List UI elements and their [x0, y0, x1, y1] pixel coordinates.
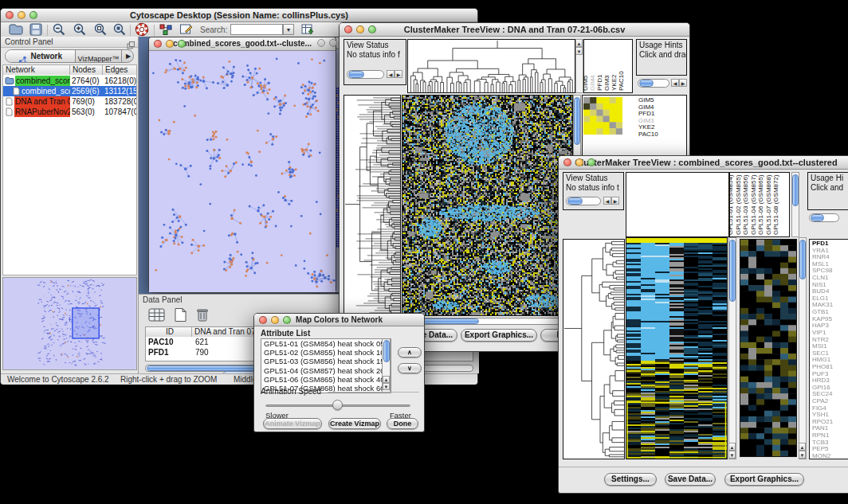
- column-header-nodes[interactable]: Nodes: [70, 65, 103, 75]
- zoom-button[interactable]: [178, 40, 186, 48]
- row-dendrogram[interactable]: [344, 96, 400, 315]
- scroll-right-button[interactable]: ▶: [395, 70, 402, 78]
- column-label: GIM5: [582, 75, 589, 91]
- heatmap-hscrollbar[interactable]: [402, 318, 573, 325]
- save-data-button[interactable]: Save Data...: [665, 473, 716, 486]
- scroll-down-button[interactable]: ▼: [728, 451, 736, 459]
- attribute-list[interactable]: GPL51-01 (GSM854) heat shock 05 min GPL5…: [261, 338, 391, 393]
- scroll-down-button[interactable]: ▼: [575, 47, 583, 55]
- search-input[interactable]: [230, 24, 283, 35]
- usage-hints-scrollbar[interactable]: [809, 213, 839, 222]
- vscroll-thumb[interactable]: [799, 240, 806, 279]
- network-row-dna-and-tran[interactable]: DNA and Tran 07 769(0) 183728(0): [3, 96, 136, 107]
- dialog-title-bar[interactable]: Map Colors to Network: [254, 314, 424, 326]
- zoom-button[interactable]: [368, 25, 376, 33]
- minimize-button[interactable]: [356, 25, 364, 33]
- tabs-overflow-button[interactable]: ▶: [122, 50, 134, 62]
- scroll-up-button[interactable]: ▲: [575, 39, 583, 47]
- treeview1-title-bar[interactable]: ClusterMaker TreeView : DNA and Tran 07-…: [340, 23, 689, 37]
- table-view-icon[interactable]: [148, 307, 166, 326]
- minimize-button[interactable]: [18, 11, 26, 19]
- zoom-button[interactable]: [587, 158, 595, 166]
- zoom-heatmap[interactable]: [740, 240, 796, 456]
- row-dendrogram[interactable]: [563, 240, 624, 459]
- main-title-bar[interactable]: Cytoscape Desktop (Session Name: collins…: [1, 9, 477, 22]
- view-status-scrollbar[interactable]: [566, 197, 601, 205]
- speed-slider-thumb[interactable]: [332, 400, 343, 410]
- view-status-scrollbar[interactable]: [347, 70, 384, 79]
- column-header-edges[interactable]: Edges: [103, 65, 136, 75]
- gene-label: CPA2: [812, 398, 848, 405]
- scroll-up-button[interactable]: ▲: [799, 443, 806, 451]
- create-vizmap-button[interactable]: Create Vizmap: [328, 418, 381, 429]
- vscroll-thumb[interactable]: [383, 340, 390, 362]
- network-row-combined-sco-selected[interactable]: combined_sco 2569(6) 13112(15): [3, 86, 136, 96]
- vscroll-thumb[interactable]: [792, 174, 799, 206]
- close-button[interactable]: [259, 316, 267, 324]
- tab-network[interactable]: Network: [6, 50, 76, 62]
- view-status-title: View Status: [347, 41, 403, 50]
- global-vscrollbar[interactable]: ▲ ▼: [728, 237, 736, 459]
- animate-vizmap-button[interactable]: Animate Vizmap: [263, 418, 322, 429]
- vscroll-thumb[interactable]: [729, 240, 736, 302]
- minimize-button[interactable]: [166, 40, 174, 48]
- move-up-button[interactable]: ∧: [398, 347, 422, 357]
- minimize-button[interactable]: [329, 39, 337, 47]
- network-canvas[interactable]: [149, 51, 336, 292]
- new-attribute-icon[interactable]: [174, 307, 188, 326]
- close-button[interactable]: [6, 11, 14, 19]
- zoom-button[interactable]: [29, 11, 37, 19]
- scroll-down-button[interactable]: ▼: [799, 451, 806, 459]
- column-label: YKE2: [610, 75, 618, 91]
- zoom-button[interactable]: [283, 316, 291, 324]
- attribute-item[interactable]: GPL51-04 (GSM857) heat shock 20 min: [261, 366, 391, 375]
- close-button[interactable]: [563, 158, 571, 166]
- export-graphics-button[interactable]: Export Graphics...: [461, 329, 537, 342]
- scroll-up-button[interactable]: ▲: [728, 443, 736, 451]
- vscroll-thumb[interactable]: [574, 97, 580, 145]
- column-dendrogram[interactable]: [408, 40, 575, 92]
- column-labels-pane[interactable]: GPL51-01 (GSM854) GPL51-02 (GSM855) GPL5…: [729, 172, 790, 237]
- minimize-button[interactable]: [575, 158, 583, 166]
- scroll-up-button[interactable]: ▲: [383, 376, 390, 383]
- network-row-rnapubernov2[interactable]: RNAPuberNov2+ 563(0) 107847(0): [3, 107, 136, 117]
- search-dropdown-button[interactable]: ▼: [283, 24, 294, 35]
- scroll-right-button[interactable]: ▶: [611, 197, 619, 205]
- correlation-matrix[interactable]: [583, 97, 622, 135]
- close-button[interactable]: [154, 40, 162, 48]
- settings-button[interactable]: Settings...: [604, 473, 657, 486]
- column-header-network[interactable]: Network: [3, 65, 70, 75]
- done-button[interactable]: Done: [387, 418, 418, 429]
- attribute-item[interactable]: GPL51-02 (GSM855) heat shock 10 min: [261, 348, 391, 357]
- treeview2-title-bar[interactable]: ClusterMaker TreeView : combined_scores_…: [559, 156, 848, 170]
- list-vscrollbar[interactable]: ▲ ▼: [382, 339, 391, 393]
- scroll-right-button[interactable]: ▶: [679, 79, 687, 87]
- close-button[interactable]: [344, 25, 352, 33]
- network-row-combined-scores[interactable]: combined_scores 2764(0) 16218(0): [3, 76, 136, 86]
- attribute-item[interactable]: GPL51-03 (GSM856) heat shock 15 min: [261, 357, 391, 365]
- scroll-left-button[interactable]: ◀: [387, 70, 395, 78]
- scroll-left-button[interactable]: ◀: [603, 197, 611, 205]
- usage-hints-scrollbar[interactable]: [638, 79, 669, 88]
- expression-heatmap[interactable]: [402, 96, 572, 315]
- delete-attribute-trash-icon[interactable]: [194, 307, 210, 326]
- gene-label: NIS1: [812, 282, 848, 289]
- data-column-id[interactable]: ID: [146, 327, 192, 337]
- attribute-item[interactable]: GPL51-06 (GSM865) heat shock 40 min: [261, 375, 391, 384]
- attribute-item[interactable]: GPL51-01 (GSM854) heat shock 05 min: [261, 339, 391, 348]
- close-button[interactable]: [317, 39, 325, 47]
- scroll-down-button[interactable]: ▼: [383, 383, 390, 390]
- export-graphics-button[interactable]: Export Graphics...: [724, 473, 804, 486]
- zoom-vscrollbar[interactable]: ▲ ▼: [799, 237, 807, 459]
- column-labels-pane[interactable]: GIM5 GIM4 PFD1 GIM3 YKE2 PAC10: [583, 39, 633, 93]
- column-dendrogram-pane[interactable]: [626, 172, 729, 237]
- usage-hints-text: Click and: [811, 183, 848, 193]
- move-down-button[interactable]: ∨: [398, 363, 422, 373]
- global-heatmap[interactable]: [626, 238, 727, 459]
- labels-vscrollbar[interactable]: [791, 172, 799, 237]
- scroll-left-button[interactable]: ◀: [671, 79, 679, 87]
- minimize-button[interactable]: [271, 316, 279, 324]
- tab-vizmapper[interactable]: VizMapper™: [76, 50, 122, 62]
- gene-labels-list[interactable]: PFD1 YRA1 RNR4 MSL1 SPC98 CLN1 NIS1 BUD4…: [809, 239, 848, 459]
- birdseye-view[interactable]: [3, 278, 136, 369]
